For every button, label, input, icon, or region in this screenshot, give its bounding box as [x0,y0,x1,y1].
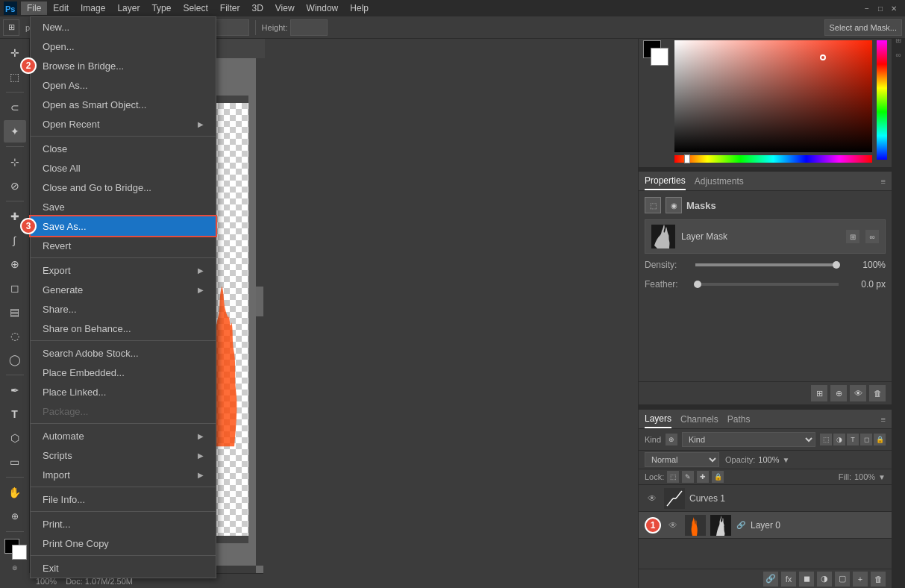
menu-view[interactable]: View [269,1,301,15]
lock-all-btn[interactable]: 🔒 [712,471,724,483]
fill-arrow[interactable]: ▼ [878,473,886,481]
menu-select[interactable]: Select [177,1,213,15]
crop-tool[interactable]: ⊹ [4,151,26,173]
hue-slider[interactable] [674,155,872,163]
layer-group-btn[interactable]: ▢ [835,572,850,587]
delete-mask-btn[interactable]: 🗑 [869,385,886,401]
tab-adjustments[interactable]: Adjustments [695,173,744,190]
menu-browse-bridge[interactable]: 2 Browse in Bridge... [31,56,216,75]
menu-close-all[interactable]: Close All [31,158,216,178]
menu-file[interactable]: File [21,1,47,15]
toggle-mask-visibility-btn[interactable]: 👁 [850,385,866,401]
fg-bg-swatches[interactable] [643,40,668,66]
mask-apply-btn[interactable]: ⊞ [846,230,859,243]
kind-smart-filter[interactable]: 🔒 [874,434,886,445]
layer-item-curves1[interactable]: 👁 Curves 1 [639,485,892,512]
kind-shape-filter[interactable]: ◻ [860,434,872,445]
menu-open[interactable]: Open... [31,37,216,56]
hand-tool[interactable]: ✋ [4,481,26,504]
menu-adobe-stock[interactable]: Search Adobe Stock... [31,343,216,363]
fg-bg-colors[interactable] [3,539,27,560]
menu-3d[interactable]: 3D [245,1,269,15]
menu-automate[interactable]: Automate ▶ [31,426,216,445]
shape-tool[interactable]: ▭ [4,451,26,473]
height-input[interactable] [290,19,328,36]
minimize-button[interactable]: − [862,3,872,13]
menu-share[interactable]: Share... [31,299,216,319]
vscroll-thumb[interactable] [256,287,263,316]
menu-window[interactable]: Window [301,1,345,15]
zoom-tool[interactable]: ⊕ [4,505,26,528]
menu-save-as[interactable]: 3 Save As... [31,216,216,236]
saturation-lightness-picker[interactable] [674,40,872,152]
blur-tool[interactable]: ◌ [4,325,26,347]
kind-pixel-filter[interactable]: ⬚ [820,434,832,445]
vertical-scrollbar[interactable] [256,58,263,566]
lock-position-btn[interactable]: ✎ [682,471,694,483]
menu-exit[interactable]: Exit [31,558,216,578]
menu-place-linked[interactable]: Place Linked... [31,382,216,401]
saturation-vertical-slider[interactable] [877,40,887,160]
density-slider[interactable] [695,263,839,266]
menu-help[interactable]: Help [344,1,375,15]
clone-tool[interactable]: ⊕ [4,253,26,275]
dodge-tool[interactable]: ◯ [4,348,26,371]
lock-artboard-btn[interactable]: ✚ [697,471,709,483]
vector-mask-icon[interactable]: ◉ [666,197,682,213]
menu-image[interactable]: Image [75,1,111,15]
background-swatch[interactable] [651,48,668,66]
layer-new-btn[interactable]: + [853,572,868,587]
opacity-arrow[interactable]: ▼ [783,456,790,464]
menu-new[interactable]: New... [31,17,216,37]
select-mask-button[interactable]: Select and Mask... [824,19,903,36]
menu-generate[interactable]: Generate ▶ [31,280,216,299]
feather-slider[interactable] [695,283,839,286]
menu-open-recent[interactable]: Open Recent ▶ [31,114,216,134]
menu-save[interactable]: Save [31,197,216,216]
width-input[interactable] [212,19,249,36]
menu-open-as[interactable]: Open As... [31,75,216,95]
menu-print-one-copy[interactable]: Print One Copy [31,534,216,553]
layer-item-layer0[interactable]: 1 👁 🔗 Layer 0 [639,512,892,539]
kind-adjustment-filter[interactable]: ◑ [833,434,845,445]
kind-type-filter[interactable]: T [847,434,859,445]
path-tool[interactable]: ⬡ [4,427,26,449]
background-color[interactable] [12,545,27,560]
magic-wand-tool[interactable]: ✦ [4,120,26,143]
menu-export[interactable]: Export ▶ [31,260,216,280]
menu-scripts[interactable]: Scripts ▶ [31,445,216,465]
tab-layers[interactable]: Layers [645,410,671,428]
menu-edit[interactable]: Edit [47,1,75,15]
lasso-tool[interactable]: ⊂ [4,96,26,119]
layer-layer0-visibility[interactable]: 👁 [666,518,680,533]
layer-mask-btn[interactable]: ◼ [799,572,814,587]
gradient-tool[interactable]: ▤ [4,301,26,323]
apply-mask-btn[interactable]: ⊕ [830,385,847,401]
eyedropper-tool[interactable]: ⊘ [4,175,26,197]
kind-filter-select[interactable]: Kind [682,432,815,447]
lock-pixels-btn[interactable]: ⬚ [667,471,679,483]
tab-properties[interactable]: Properties [645,172,686,190]
pen-tool[interactable]: ✒ [4,379,26,401]
pixel-mask-icon[interactable]: ⬚ [645,197,661,213]
close-button[interactable]: ✕ [889,3,899,13]
layer-curves1-visibility[interactable]: 👁 [645,491,660,506]
layer-link-btn[interactable]: 🔗 [763,572,778,587]
tab-channels[interactable]: Channels [680,411,718,428]
quick-mask-btn[interactable]: ⊚ [6,563,24,573]
layers-panel-menu[interactable]: ≡ [881,415,886,424]
menu-place-embedded[interactable]: Place Embedded... [31,363,216,382]
selection-from-mask-btn[interactable]: ⊞ [811,385,827,401]
blend-mode-select[interactable]: Normal [645,452,719,467]
right-cc-icon[interactable]: ∞ [893,49,904,60]
tab-paths[interactable]: Paths [727,411,751,428]
layer-delete-btn[interactable]: 🗑 [871,572,886,587]
menu-close-go-bridge[interactable]: Close and Go to Bridge... [31,178,216,197]
mask-link-btn[interactable]: ∞ [865,230,879,243]
menu-revert[interactable]: Revert [31,236,216,255]
menu-print[interactable]: Print... [31,514,216,534]
properties-panel-menu[interactable]: ≡ [881,177,886,186]
menu-import[interactable]: Import ▶ [31,465,216,484]
restore-button[interactable]: □ [875,3,886,13]
menu-close[interactable]: Close [31,139,216,158]
